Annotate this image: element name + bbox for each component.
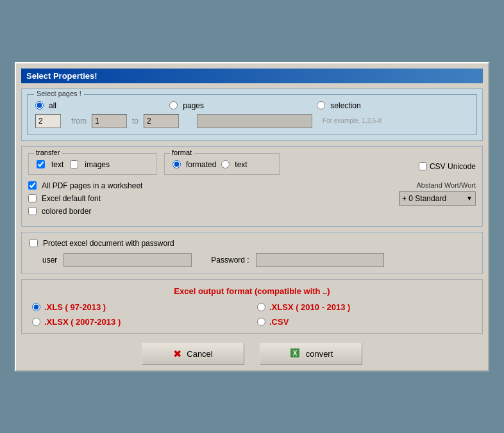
title-bar: Select Properties!: [21, 69, 483, 83]
colored-border-row: colored border: [28, 207, 399, 216]
radio-xlsx-2007[interactable]: [32, 318, 40, 326]
excel-font-check[interactable]: [28, 194, 37, 202]
password-label: Password :: [211, 256, 249, 265]
csv-unicode-container: CSV Unicode: [419, 153, 476, 171]
pages-num-input[interactable]: [35, 114, 61, 128]
user-label: user: [42, 256, 57, 265]
excel-format-section: Excel output format (compatible with ..)…: [21, 279, 483, 334]
from-input[interactable]: [92, 114, 127, 128]
csv-option: .CSV: [257, 317, 472, 327]
all-pdf-label: All PDF pages in a worksheet: [42, 181, 142, 190]
transfer-label: transfer: [34, 149, 62, 156]
radio-formated[interactable]: [172, 160, 181, 168]
protect-row: Protect excel document with password: [29, 239, 475, 248]
xls-option: .XLS ( 97-2013 ): [32, 302, 247, 312]
dialog-title: Select Properties!: [26, 71, 97, 81]
transfer-text-check[interactable]: [37, 160, 45, 168]
dropdown-arrow-icon: ▼: [466, 195, 473, 202]
convert-button[interactable]: X convert: [260, 343, 362, 365]
format-grid: .XLS ( 97-2013 ) .XLSX ( 2010 - 2013 ) .…: [32, 302, 472, 327]
button-row: ✖ Cancel X convert: [21, 340, 483, 365]
format-text-label: text: [235, 160, 247, 169]
convert-label: convert: [306, 349, 333, 359]
radio-pages[interactable]: [169, 101, 178, 110]
password-input[interactable]: [256, 253, 384, 267]
options-section: All PDF pages in a worksheet Excel defau…: [28, 181, 476, 220]
abstand-label: Abstand Wort/Wort: [416, 181, 476, 189]
colored-border-label: colored border: [42, 207, 91, 216]
transfer-images-label: images: [85, 160, 110, 169]
protect-section: Protect excel document with password use…: [21, 232, 483, 274]
to-input[interactable]: [144, 114, 179, 128]
format-label: format: [170, 149, 194, 156]
cancel-button[interactable]: ✖ Cancel: [142, 343, 244, 365]
pages-radio-row: all pages selection: [35, 101, 469, 110]
transfer-box: transfer text images: [28, 153, 156, 175]
formated-label: formated: [186, 160, 216, 169]
csv-unicode-label: CSV Unicode: [430, 162, 476, 171]
user-input[interactable]: [63, 253, 192, 267]
radio-format-text[interactable]: [221, 160, 230, 168]
abstand-section: Abstand Wort/Wort + 0 Standard ▼: [399, 181, 476, 206]
example-hint: For example, 1,3,5-8: [323, 117, 382, 124]
excel-font-label: Excel default font: [42, 194, 101, 203]
colored-border-check[interactable]: [28, 207, 37, 215]
radio-xls[interactable]: [32, 303, 40, 311]
abstand-dropdown[interactable]: + 0 Standard ▼: [399, 192, 476, 206]
radio-csv[interactable]: [257, 318, 265, 326]
svg-text:X: X: [292, 350, 297, 357]
select-pages-label: Select pages !: [34, 90, 84, 97]
xlsx-2007-label: .XLSX ( 2007-2013 ): [44, 317, 121, 327]
radio-pages-label: pages: [183, 101, 204, 110]
xls-label: .XLS ( 97-2013 ): [44, 302, 106, 312]
options-left: All PDF pages in a worksheet Excel defau…: [28, 181, 399, 220]
convert-icon: X: [289, 347, 301, 361]
format-box: format formated text: [164, 153, 280, 175]
pages-range-row: from to For example, 1,3,5-8: [35, 114, 469, 128]
protect-label: Protect excel document with password: [43, 239, 174, 248]
radio-selection[interactable]: [317, 101, 325, 110]
csv-unicode-check[interactable]: [419, 162, 427, 170]
all-pdf-check[interactable]: [28, 181, 37, 190]
transfer-images-check[interactable]: [70, 160, 78, 168]
radio-selection-label: selection: [330, 101, 360, 110]
options-main-row: All PDF pages in a worksheet Excel defau…: [28, 181, 476, 220]
csv-label: .CSV: [269, 317, 289, 327]
radio-xlsx-2010[interactable]: [257, 303, 265, 311]
user-pass-row: user Password :: [29, 253, 475, 267]
cancel-icon: ✖: [173, 348, 181, 360]
excel-font-row: Excel default font: [28, 194, 399, 203]
transfer-format-section: transfer text images format formated tex…: [21, 146, 483, 227]
transfer-text-label: text: [51, 160, 63, 169]
transfer-format-row: transfer text images format formated tex…: [28, 153, 476, 175]
excel-format-title: Excel output format (compatible with ..): [32, 286, 472, 296]
to-label: to: [132, 117, 139, 126]
radio-all[interactable]: [35, 101, 44, 110]
protect-check[interactable]: [29, 239, 38, 247]
pages-custom-input[interactable]: [197, 114, 312, 128]
radio-all-label: all: [49, 101, 56, 110]
abstand-value: + 0 Standard: [402, 194, 446, 203]
all-pdf-row: All PDF pages in a worksheet: [28, 181, 399, 190]
from-label: from: [71, 117, 87, 126]
xlsx-2010-option: .XLSX ( 2010 - 2013 ): [257, 302, 472, 312]
cancel-label: Cancel: [187, 349, 212, 359]
xlsx-2010-label: .XLSX ( 2010 - 2013 ): [269, 302, 350, 312]
dialog: Select Properties! Select pages ! all pa…: [15, 62, 489, 372]
select-pages-section: Select pages ! all pages selection: [21, 88, 483, 141]
xlsx-2007-option: .XLSX ( 2007-2013 ): [32, 317, 247, 327]
